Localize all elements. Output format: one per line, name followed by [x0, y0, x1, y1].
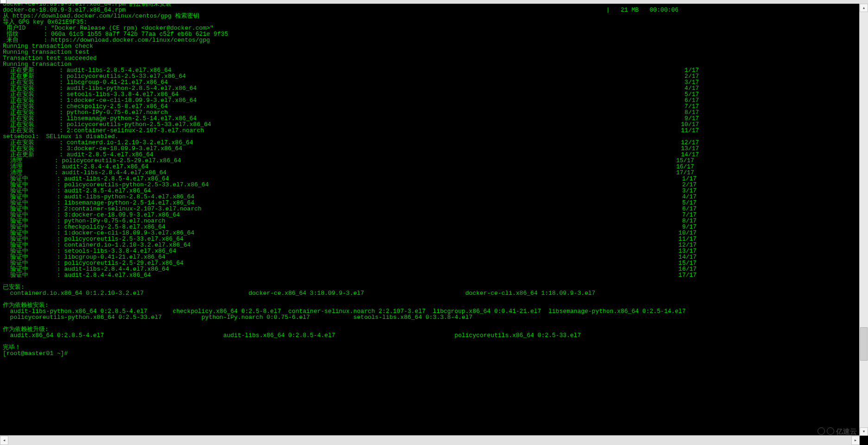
watermark: 亿速云 — [818, 427, 857, 435]
scroll-thumb[interactable] — [860, 327, 868, 361]
session-tab[interactable] — [0, 0, 6, 4]
scroll-up-button[interactable]: ▴ — [860, 4, 868, 12]
terminal-output[interactable]: docker-ce-18.09.9-3.el7.x86_64.rpm 的公钥尚未… — [0, 0, 868, 356]
scroll-down-button[interactable]: ▾ — [860, 427, 868, 436]
tab-bar — [0, 0, 868, 4]
horizontal-scrollbar[interactable]: ◂ ▸ — [0, 435, 860, 445]
scroll-right-button[interactable]: ▸ — [851, 436, 860, 445]
watermark-icon — [827, 427, 834, 435]
watermark-icon — [818, 427, 825, 435]
scroll-left-button[interactable]: ◂ — [0, 436, 8, 445]
vertical-scrollbar[interactable]: ▴ ▾ — [859, 4, 868, 436]
watermark-text: 亿速云 — [836, 428, 857, 435]
scroll-track[interactable] — [860, 12, 868, 427]
